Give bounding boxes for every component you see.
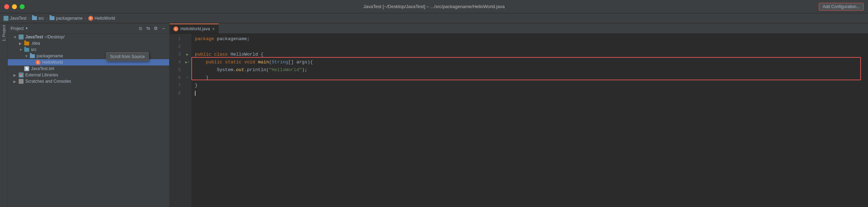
line-numbers: 1 2 3 4 5 6 7 8 [170,34,184,207]
scroll-from-source-tooltip: Scroll from Source [106,52,149,61]
extlibs-icon: 📚 [18,73,24,77]
java-class-icon: C [88,16,93,21]
vertical-project-tab[interactable]: 1: Project [0,23,8,207]
helloworld-class-icon: C [35,60,41,65]
line-num-4: 4 [170,58,181,66]
minimize-button[interactable] [12,4,17,9]
tree-arrow-idea: ▶ [19,42,24,45]
run-icon-line3[interactable]: ▶ [186,51,189,58]
run-icon-line4[interactable]: ▶ [185,58,188,66]
idea-folder-icon [24,41,30,46]
breadcrumb-helloworld-label: HelloWorld [95,16,115,21]
editor-gutter: ▶ ▶ ▾ ▾ [184,34,191,207]
traffic-lights [4,4,25,9]
scratches-icon [18,79,24,84]
folder-pkg-icon [50,16,55,20]
code-line-8 [195,89,868,97]
line-num-3: 3 [170,51,181,58]
breadcrumb-bar: JavaTest › src › packagename › C HelloWo… [0,13,868,23]
breadcrumb-javatest-label: JavaTest [10,16,26,21]
tree-arrow-src: ▼ [19,48,24,52]
tree-label-helloworld: HelloWorld [42,60,63,65]
tree-item-javatestxml[interactable]: ▶ 📄 JavaTest.iml [8,65,169,72]
panel-tools: ⊙ ⇆ ⚙ − [138,26,166,31]
scroll-from-source-icon[interactable]: ⊙ [138,26,143,31]
breadcrumb-src-label: src [38,16,44,21]
code-content[interactable]: package packagename; public class HelloW… [191,34,868,207]
code-line-6: } [195,74,868,82]
folder-src-icon [32,16,37,20]
tree-arrow-packagename: ▼ [25,54,30,58]
tab-java-icon: C [173,26,178,31]
editor-tab-helloworld[interactable]: C HelloWorld.java × [170,24,219,33]
close-button[interactable] [4,4,9,9]
packagename-folder-icon [30,54,35,58]
tree-item-ext-libs[interactable]: ▶ 📚 External Libraries [8,72,169,78]
line-num-2: 2 [170,43,181,51]
breadcrumb-sep-2: › [46,16,47,21]
title-bar: JavaTest [~/Desktop/JavaTest] – .../src/… [0,0,868,13]
code-line-7: } [195,82,868,89]
panel-title: Project [11,26,24,31]
line-num-7: 7 [170,82,181,89]
panel-dropdown-arrow[interactable]: ▾ [26,26,28,31]
breadcrumb-src[interactable]: src [32,16,44,21]
line-num-8: 8 [170,89,181,97]
vertical-tab-label: 1: Project [2,25,6,41]
tab-close-button[interactable]: × [212,26,215,32]
code-line-1: package packagename; [195,35,868,43]
tree-item-javatest[interactable]: ▼ JavaTest ~/Desktop/ [8,34,169,40]
tree-label-javatest: JavaTest ~/Desktop/ [25,34,65,39]
tree-label-scratches: Scratches and Consoles [25,79,71,84]
tab-bar: C HelloWorld.java × [170,23,868,34]
fold-icon-line4[interactable]: ▾ [187,58,190,66]
main-layout: 1: Project Project ▾ ⊙ ⇆ ⚙ − Scroll from… [0,23,868,207]
gutter-4[interactable]: ▶ ▾ [185,58,190,66]
fullscreen-button[interactable] [20,4,25,9]
gutter-6[interactable]: ▾ [186,74,189,82]
breadcrumb-javatest[interactable]: JavaTest [4,16,26,21]
tree-item-scratches[interactable]: ▶ Scratches and Consoles [8,78,169,84]
window-title: JavaTest [~/Desktop/JavaTest] – .../src/… [363,4,505,9]
project-tree: Scroll from Source ▼ JavaTest ~/Desktop/… [8,34,169,207]
tab-label: HelloWorld.java [180,26,210,31]
code-line-5: System.out.println("HelloWorld"); [195,66,868,74]
tree-label-idea: .idea [31,41,40,46]
tree-arrow-javatest: ▼ [13,35,18,39]
gutter-3[interactable]: ▶ [186,51,189,58]
tree-label-packagename: packagename [37,54,63,58]
code-line-3: public class HelloWorld { [195,51,868,58]
code-line-4: public static void main(String[] args){ [195,58,868,66]
collapse-all-icon[interactable]: ⇆ [145,26,151,31]
javatest-root-icon [18,34,24,39]
tree-label-extlibs: External Libraries [25,73,58,77]
breadcrumb-packagename[interactable]: packagename [50,16,82,21]
code-editor[interactable]: 1 2 3 4 5 6 7 8 ▶ ▶ ▾ [170,34,868,207]
code-line-2 [195,43,868,51]
editor-area: C HelloWorld.java × 1 2 3 4 5 6 7 8 [170,23,868,207]
tree-item-idea[interactable]: ▶ .idea [8,40,169,46]
project-panel: Project ▾ ⊙ ⇆ ⚙ − Scroll from Source ▼ J… [8,23,170,207]
tree-arrow-scratches: ▶ [13,80,18,83]
line-num-1: 1 [170,35,181,43]
line-num-6: 6 [170,74,181,82]
tree-arrow-extlibs: ▶ [13,73,18,77]
panel-header: Project ▾ ⊙ ⇆ ⚙ − [8,23,169,34]
iml-file-icon: 📄 [24,66,30,71]
tree-label-src: src [31,47,37,52]
breadcrumb-sep-3: › [85,16,86,21]
breadcrumb-helloworld[interactable]: C HelloWorld [88,16,115,21]
line-num-5: 5 [170,66,181,74]
settings-icon[interactable]: ⚙ [153,26,159,31]
project-icon [4,16,8,21]
tree-label-iml: JavaTest.iml [31,66,54,71]
breadcrumb-packagename-label: packagename [56,16,82,21]
minimize-panel-icon[interactable]: − [161,26,166,31]
breadcrumb-sep-1: › [28,16,30,21]
src-folder-icon [24,47,30,52]
fold-close-line6[interactable]: ▾ [186,74,189,82]
add-configuration-button[interactable]: Add Configuration... [819,3,864,11]
